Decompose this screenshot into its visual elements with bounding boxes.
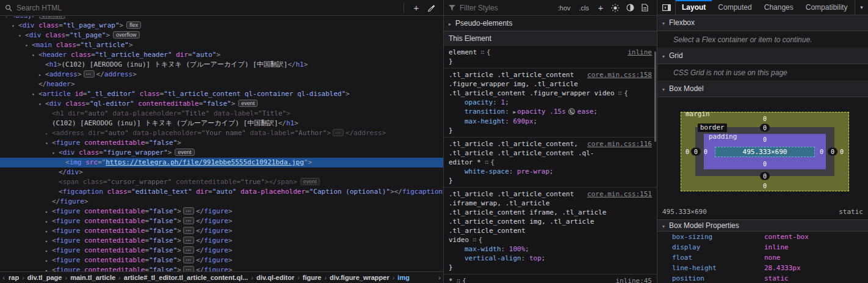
breadcrumb-item[interactable]: rap [7,274,20,281]
stylesheet-link[interactable]: inline [627,48,652,57]
selector-text[interactable]: .iframe_wrap, .tl_article [449,199,550,207]
markup-node-row[interactable]: </div> [0,167,443,177]
pseudo-elements-header[interactable]: ▸Pseudo-elements [444,17,657,31]
event-badge[interactable]: event [175,149,194,156]
css-declaration[interactable]: vertical-align: top; [449,254,652,263]
collapsed-arrow-icon[interactable]: ▸ [38,70,45,80]
breadcrumb-item[interactable]: div.ql-editor [255,274,295,281]
markup-node-row[interactable]: ▸<figure contenteditable="false">⋯</figu… [0,207,443,216]
box-model-properties-header[interactable]: ▾Box Model Properties [657,219,868,232]
selector-text[interactable]: .tl_article_content img, .tl_article .tl… [449,218,598,235]
selector-highlighter-icon[interactable]: ∷ [472,236,477,244]
collapsed-content-ellipsis[interactable]: ⋯ [84,70,95,78]
markup-node-row[interactable]: ▾<article id="_tl_editor" class="tl_arti… [0,89,443,99]
expand-arrow-icon[interactable]: ▾ [5,17,12,21]
padding-left-value[interactable]: 0 [704,148,707,156]
collapsed-content-ellipsis[interactable]: ⋯ [183,256,194,263]
margin-left-value[interactable]: 0 [685,148,689,156]
expand-arrow-icon[interactable]: ▾ [32,90,38,100]
selector-text[interactable]: .tl_article .tl_article_content [449,71,574,79]
stylesheet-link[interactable]: core.min.css:116 [587,139,652,149]
property-row[interactable]: displayinline [657,242,868,252]
css-declaration[interactable]: opacity: 1; [449,98,652,107]
breadcrumb-item[interactable]: div.tl_page [26,274,63,281]
collapsed-content-ellipsis[interactable]: ⋯ [333,129,344,136]
stylesheet-link[interactable]: core.min.css:158 [587,70,652,79]
breadcrumb-scroll-right-icon[interactable]: › [436,274,443,281]
markup-node-row[interactable]: ▸<figure contenteditable="false">⋯</figu… [0,265,443,271]
tab-changes[interactable]: Changes [758,0,800,15]
attribute-value-link[interactable]: https://telegra.ph/file/991ebbe5555dc109… [106,158,304,166]
collapsed-arrow-icon[interactable]: ▸ [45,266,52,271]
padding-bottom-value[interactable]: 0 [763,160,767,168]
expand-arrow-icon[interactable]: ▾ [52,149,59,158]
property-row[interactable]: box-sizingcontent-box [657,232,868,242]
property-row[interactable]: line-height28.4333px [657,263,868,273]
tab-compatibility[interactable]: Compatibility [800,0,854,15]
selector-highlighter-icon[interactable]: ∷ [457,277,461,283]
add-rule-button[interactable]: + [593,1,608,15]
grid-section-header[interactable]: ▾Grid [657,48,868,64]
border-right-value[interactable]: 0 [828,148,837,156]
markup-node-row[interactable]: ▸<figure contenteditable="false">⋯</figu… [0,226,443,236]
markup-node-row[interactable]: <h1>(C102) [AERODOG (inu)] トキヌキ (ブルーアーカイ… [0,60,443,70]
collapsed-arrow-icon[interactable]: ▸ [45,256,52,266]
create-node-button[interactable]: + [409,1,424,15]
tab-layout[interactable]: Layout [676,0,712,15]
tab-computed[interactable]: Computed [712,0,758,15]
markup-node-row[interactable]: ▸<address>⋯</address> [0,70,443,79]
markup-node-row[interactable]: ▾<main class="tl_article"> [0,40,443,50]
selected-node-row[interactable]: <img src="https://telegra.ph/file/991ebb… [0,158,443,167]
markup-node-row[interactable]: ▸<figure contenteditable="false">⋯</figu… [0,236,443,246]
flexbox-section-header[interactable]: ▾Flexbox [657,15,868,31]
split-console-button[interactable] [657,0,676,15]
filter-styles-input[interactable]: Filter Styles [460,4,498,12]
selector-text[interactable]: video [449,236,469,244]
dark-mode-sim-button[interactable] [623,1,637,15]
selector-text[interactable]: * [449,277,453,283]
breadcrumb-item[interactable]: article#_tl_editor.tl_article_content.ql… [123,274,250,281]
markup-node-row[interactable]: ▸<address dir="auto" data-placeholder="Y… [0,128,443,138]
selector-text[interactable]: .figure_wrapper img, .tl_article [449,80,578,88]
css-declaration[interactable]: max-height: 690px; [449,117,652,126]
collapsed-content-ellipsis[interactable]: ⋯ [183,246,194,254]
stylesheet-link[interactable]: core.min.css:151 [587,189,652,199]
breadcrumb-item[interactable]: figure [302,274,323,281]
all-tabs-menu-button[interactable]: ▾ [855,0,868,15]
collapsed-content-ellipsis[interactable]: ⋯ [183,207,194,215]
rules-scrollbar[interactable] [654,51,656,142]
markup-node-row[interactable]: </header> [0,79,443,89]
markup-node-row[interactable]: ▸<figure contenteditable="false">⋯</figu… [0,246,443,255]
box-model-section-header[interactable]: ▾Box Model [657,81,868,97]
border-bottom-value[interactable]: 0 [760,172,770,180]
markup-node-row[interactable]: ▾<div class="ql-editor" contenteditable=… [0,99,443,109]
expand-arrow-icon[interactable]: ▾ [12,21,18,31]
collapsed-content-ellipsis[interactable]: ⋯ [183,217,194,224]
markup-node-row[interactable]: (C102) [AERODOG (inu)] トキヌキ (ブルーアーカイブ) [… [0,119,443,128]
selector-text[interactable]: editor * [449,158,481,166]
margin-right-value[interactable]: 0 [840,148,844,156]
expand-arrow-icon[interactable]: ▾ [18,31,25,41]
eyedropper-button[interactable] [424,1,438,15]
collapsed-arrow-icon[interactable]: ▸ [45,246,52,256]
collapsed-arrow-icon[interactable]: ▸ [45,129,52,139]
border-top-value[interactable]: 0 [760,124,770,132]
css-declaration[interactable]: white-space: pre-wrap; [449,167,652,176]
collapsed-content-ellipsis[interactable]: ⋯ [183,227,194,234]
overflow-badge[interactable]: overflow [39,17,66,19]
box-model-content-box[interactable]: 495.333×690 [715,147,815,157]
css-declaration[interactable]: transition: ▶opacity .15sease; [449,107,652,117]
light-mode-sim-button[interactable] [608,1,623,15]
selector-text[interactable]: .tl_article_content iframe, .tl_article [449,208,606,216]
markup-node-row[interactable]: <figcaption class="editable_text" dir="a… [0,187,443,197]
markup-node-row[interactable]: <h1 dir="auto" data-placeholder="Title" … [0,109,443,119]
collapsed-content-ellipsis[interactable]: ⋯ [183,237,194,244]
markup-node-row[interactable]: </figure> [0,197,443,207]
margin-top-value[interactable]: 0 [763,115,767,123]
markup-node-row[interactable]: ▾<figure contenteditable="false"> [0,138,443,148]
markup-node-row[interactable]: <span class="cursor_wrapper" contentedit… [0,177,443,187]
breadcrumb-item[interactable]: div.figure_wrapper [328,274,391,281]
event-badge[interactable]: event [300,178,320,185]
markup-node-row[interactable]: ▸<figure contenteditable="false">⋯</figu… [0,255,443,265]
breadcrumb-item[interactable]: img [396,274,411,281]
